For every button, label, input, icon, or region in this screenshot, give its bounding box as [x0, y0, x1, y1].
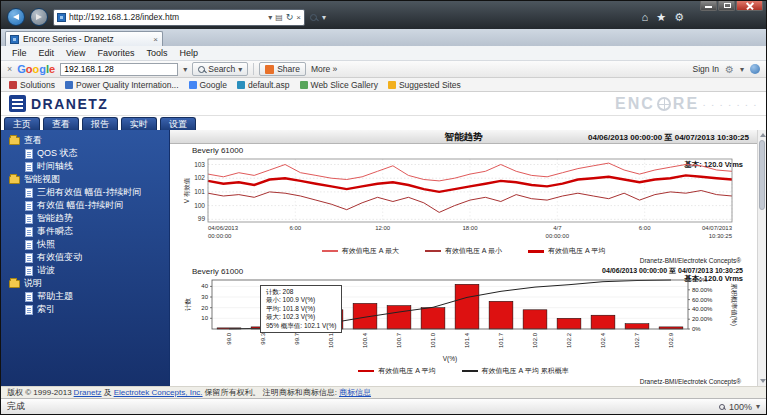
- svg-text:00:00:00: 00:00:00: [208, 233, 232, 239]
- svg-text:V(%): V(%): [443, 355, 457, 363]
- more-menu[interactable]: More »: [311, 64, 337, 74]
- back-button[interactable]: [7, 8, 25, 26]
- dranetz-logo-icon: [9, 95, 26, 112]
- zoom-control[interactable]: 100% ▾: [719, 402, 760, 412]
- refresh-icon[interactable]: ↻: [286, 12, 294, 22]
- chart-title: Beverly 61000: [192, 267, 243, 276]
- maximize-button[interactable]: [718, 1, 735, 11]
- folder-icon: [9, 280, 20, 288]
- legend-swatch: [425, 250, 441, 252]
- electrotek-link[interactable]: Electrotek Concepts, Inc.: [114, 388, 203, 397]
- tab-realtime[interactable]: 实时: [121, 117, 157, 130]
- favorite-label: Power Quality Internation...: [76, 80, 179, 90]
- favorite-suggested-sites[interactable]: Suggested Sites: [388, 80, 461, 90]
- sidebar-item-event-transient[interactable]: 事件瞬态: [1, 225, 169, 238]
- url-dropdown-icon[interactable]: ▾: [268, 13, 272, 22]
- svg-text:100.7: 100.7: [396, 332, 402, 348]
- scroll-down-icon[interactable]: [760, 379, 766, 383]
- forward-button[interactable]: [30, 8, 48, 26]
- account-icon[interactable]: [750, 64, 760, 74]
- menu-favorites[interactable]: Favorites: [92, 47, 139, 59]
- close-button[interactable]: [736, 1, 763, 11]
- toolbar-options-dropdown-icon[interactable]: ▾: [740, 65, 744, 74]
- google-logo-letter: G: [17, 63, 26, 75]
- stop-icon[interactable]: ×: [296, 13, 301, 22]
- svg-text:102.7: 102.7: [634, 332, 640, 348]
- wrench-icon[interactable]: ⚙: [725, 64, 734, 75]
- sidebar-item-snapshot[interactable]: 快照: [1, 238, 169, 251]
- trend-chart-block: Beverly 61000 基本: 120.0 Vrms 99100101102…: [170, 144, 757, 265]
- sidebar-item-harmonics[interactable]: 谐波: [1, 264, 169, 277]
- favorites-star-icon[interactable]: ★: [656, 11, 666, 24]
- browser-tab[interactable]: Encore Series - Dranetz ×: [5, 31, 163, 46]
- content-body: 查看QOS 状态时间轴线智能视图三相有效值 幅值-持续时间有效值 幅值-持续时间…: [1, 130, 766, 386]
- menu-help[interactable]: Help: [174, 47, 203, 59]
- tab-home[interactable]: 主页: [4, 117, 40, 130]
- tab-setup[interactable]: 设置: [160, 117, 196, 130]
- legend-label: 有效值电压 A 平均 累积概率: [482, 366, 569, 376]
- menu-edit[interactable]: Edit: [34, 47, 60, 59]
- sidebar-item-smart-trend[interactable]: 智能趋势: [1, 212, 169, 225]
- zoom-dropdown-icon[interactable]: ▾: [756, 402, 760, 411]
- google-search-button[interactable]: Search ▾: [192, 62, 248, 76]
- vertical-scrollbar[interactable]: [757, 130, 766, 386]
- tab-report[interactable]: 报告: [82, 117, 118, 130]
- search-icon[interactable]: [310, 14, 317, 21]
- favorite-web-slice-gallery[interactable]: Web Slice Gallery: [300, 80, 378, 90]
- sidebar-item-three-phase-rms[interactable]: 三相有效值 幅值-持续时间: [1, 186, 169, 199]
- sidebar-item-help-topics[interactable]: 帮助主题: [1, 290, 169, 303]
- toolbar-close-icon[interactable]: ×: [7, 64, 12, 74]
- tab-close-icon[interactable]: ×: [153, 35, 158, 44]
- share-label: Share: [277, 64, 300, 74]
- menu-tools[interactable]: Tools: [141, 47, 172, 59]
- histogram-chart-block: Beverly 61000 04/06/2013 00:00:00 至 04/0…: [170, 265, 757, 386]
- sidebar-item-label: 智能趋势: [37, 212, 73, 225]
- document-icon: [25, 253, 33, 263]
- sidebar-item-smart-views[interactable]: 智能视图: [1, 173, 169, 186]
- sidebar-item-timeline[interactable]: 时间轴线: [1, 160, 169, 173]
- document-icon: [25, 188, 33, 198]
- url-field[interactable]: http://192.168.1.28/index.htm ▾ ▤ ↻ ×: [53, 9, 305, 26]
- sidebar-item-rms-mag-dur[interactable]: 有效值 幅值-持续时间: [1, 199, 169, 212]
- favorite-google[interactable]: Google: [189, 80, 227, 90]
- histogram-stats-box: 计数: 208 最小: 100.9 V(%) 平均: 101.8 V(%) 最大…: [260, 285, 342, 333]
- tools-gear-icon[interactable]: ⚙: [674, 11, 684, 24]
- sidebar-item-rms-variation[interactable]: 有效值变动: [1, 251, 169, 264]
- svg-text:101.0: 101.0: [430, 332, 436, 348]
- sidebar-item-view[interactable]: 查看: [1, 134, 169, 147]
- forward-arrow-icon: [36, 14, 42, 20]
- watermark-text-right: RE: [673, 95, 699, 113]
- legend-item: 有效值电压 A 最大: [322, 246, 399, 256]
- google-search-dropdown-icon[interactable]: ▾: [183, 65, 187, 74]
- favorite-solutions[interactable]: Solutions: [9, 80, 55, 90]
- compatibility-view-icon[interactable]: ▤: [275, 13, 283, 22]
- google-search-input[interactable]: [60, 63, 178, 76]
- folder-icon: [9, 137, 20, 145]
- svg-text:100: 100: [194, 202, 205, 209]
- scrollbar-thumb[interactable]: [759, 140, 765, 210]
- sign-in-link[interactable]: Sign In: [693, 64, 719, 74]
- menu-view[interactable]: View: [61, 47, 90, 59]
- favorite-power-quality-internation-[interactable]: Power Quality Internation...: [65, 80, 179, 90]
- dranetz-link[interactable]: Dranetz: [74, 388, 102, 397]
- sidebar-item-label: 帮助主题: [37, 290, 73, 303]
- document-icon: [25, 266, 33, 276]
- address-bar: http://192.168.1.28/index.htm ▾ ▤ ↻ × ▾ …: [1, 1, 766, 29]
- menu-file[interactable]: File: [7, 47, 32, 59]
- sidebar-item-index[interactable]: 索引: [1, 303, 169, 316]
- stat-avg: 平均: 101.8 V(%): [266, 305, 336, 313]
- svg-text:102: 102: [194, 174, 205, 181]
- search-dropdown-icon[interactable]: ▾: [322, 13, 326, 22]
- home-icon[interactable]: ⌂: [642, 11, 649, 23]
- sidebar-item-help[interactable]: 说明: [1, 277, 169, 290]
- trademark-link[interactable]: 商标信息: [339, 387, 371, 398]
- minimize-button[interactable]: [700, 1, 717, 11]
- svg-text:20: 20: [201, 305, 208, 311]
- sidebar-item-qos-status[interactable]: QOS 状态: [1, 147, 169, 160]
- browser-action-icons: ⌂ ★ ⚙: [642, 11, 762, 24]
- favorite-default-asp[interactable]: default.asp: [237, 80, 290, 90]
- share-button[interactable]: Share: [259, 62, 306, 76]
- scroll-up-icon[interactable]: [760, 133, 766, 137]
- status-bar: 完成 100% ▾: [1, 398, 766, 414]
- tab-view[interactable]: 查看: [43, 117, 79, 130]
